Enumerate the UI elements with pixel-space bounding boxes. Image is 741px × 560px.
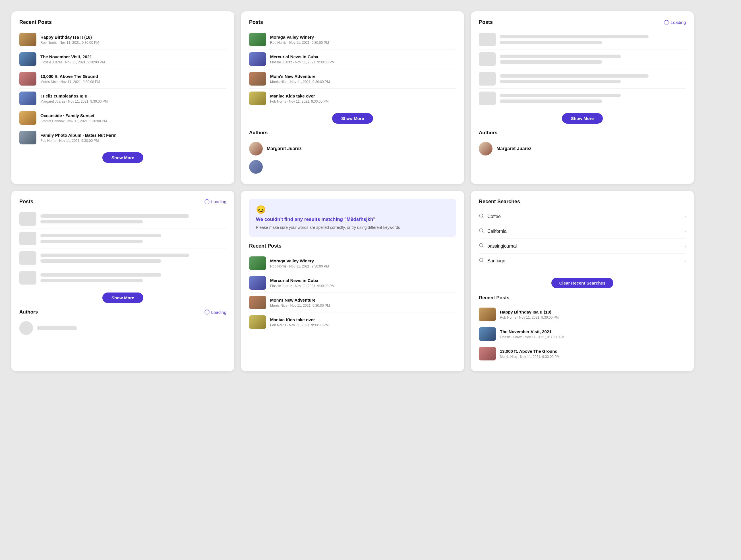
- list-item[interactable]: Happy Birthday Isa !! (18) Rob Norris · …: [19, 30, 226, 50]
- author-avatar: [479, 142, 492, 155]
- show-more-button[interactable]: Show More: [103, 152, 143, 163]
- show-more-button[interactable]: Show More: [562, 113, 603, 124]
- post-meta: Fob Norris · Nov 11, 2021, 9:30:00 PM: [41, 139, 226, 143]
- post-title: ¡ Feliz cumpleaños Ig !!: [41, 93, 226, 99]
- search-list: Coffee › California › passingj: [479, 209, 686, 268]
- skeleton-item: [19, 249, 226, 268]
- search-item[interactable]: Santiago ›: [479, 254, 686, 268]
- show-more-section: Show More: [19, 292, 226, 303]
- skeleton-item: [479, 69, 686, 89]
- search-item[interactable]: California ›: [479, 224, 686, 239]
- post-thumbnail: [479, 327, 496, 341]
- post-title: Moraga Valley Winery: [270, 258, 456, 264]
- authors-title: Authors: [19, 309, 38, 315]
- post-meta: Morris Nice · Nov 11, 2021, 9:30:00 PM: [41, 80, 226, 84]
- search-item[interactable]: passingjournal ›: [479, 239, 686, 254]
- author-name: Margaret Juarez: [496, 146, 531, 151]
- post-title: Maniac Kids take over: [270, 93, 456, 99]
- spinner-icon: [664, 20, 669, 25]
- post-title: Mercurial News in Cuba: [270, 278, 456, 283]
- list-item[interactable]: ¡ Feliz cumpleaños Ig !! Margaret Juarez…: [19, 89, 226, 108]
- list-item[interactable]: Moraga Valley Winery Rob Norris · Nov 11…: [249, 254, 456, 273]
- search-term: California: [487, 229, 507, 234]
- post-thumbnail: [479, 347, 496, 360]
- skeleton-thumb: [19, 232, 37, 245]
- list-item[interactable]: The November Visit, 2021 Flossie Juarez …: [479, 324, 686, 344]
- loading-indicator: Loading: [664, 20, 686, 25]
- post-title: Happy Birthday Isa !! (18): [41, 34, 226, 40]
- post-thumbnail: [19, 72, 37, 85]
- skeleton-item: [479, 89, 686, 108]
- search-icon: [479, 243, 484, 249]
- post-meta: Rob Norris · Nov 11, 2021, 9:30:00 PM: [41, 41, 226, 45]
- panel4-title: Posts: [19, 199, 33, 205]
- search-icon: [479, 213, 484, 220]
- post-meta: Flossie Juarez · Nov 11, 2021, 9:30:00 P…: [500, 335, 686, 339]
- search-item[interactable]: Coffee ›: [479, 209, 686, 224]
- error-box: 😖 We couldn't find any results matching …: [249, 199, 456, 237]
- recent-posts-title: Recent Posts: [249, 243, 456, 249]
- post-title: The November Visit, 2021: [41, 54, 226, 60]
- author-name: Margaret Juarez: [267, 146, 302, 151]
- list-item[interactable]: 13,000 ft. Above The Ground Morris Nice …: [479, 344, 686, 363]
- skeleton-list: [479, 30, 686, 108]
- list-item[interactable]: 13,000 ft. Above The Ground Morris Nice …: [19, 69, 226, 89]
- list-item[interactable]: Maniac Kids take over Fob Norris · Nov 1…: [249, 89, 456, 108]
- post-meta: Bradlet Benbow · Nov 11, 2021, 9:30:00 P…: [41, 119, 226, 123]
- loading-label: Loading: [671, 20, 686, 25]
- skeleton-item: [19, 229, 226, 249]
- authors-title: Authors: [249, 130, 456, 136]
- authors-title: Authors: [479, 130, 686, 136]
- skeleton-thumb: [479, 72, 496, 85]
- loading-label: Loading: [211, 199, 226, 204]
- post-thumbnail: [19, 52, 37, 66]
- list-item[interactable]: Mercurial News in Cuba Flossie Juarez · …: [249, 273, 456, 293]
- post-title: Moraga Valley Winery: [270, 34, 456, 40]
- post-title: Mercurial News in Cuba: [270, 54, 456, 60]
- list-item[interactable]: Maniac Kids take over Fob Norris · Nov 1…: [249, 312, 456, 332]
- list-item[interactable]: The November Visit, 2021 Flossie Juarez …: [19, 50, 226, 69]
- list-item[interactable]: Oceanside · Family Sunset Bradlet Benbow…: [19, 108, 226, 128]
- list-item[interactable]: Family Photo Album · Bates Nut Farm Fob …: [19, 128, 226, 147]
- list-item[interactable]: Mercurial News in Cuba Flossie Juarez · …: [249, 50, 456, 69]
- panel5-post-list: Moraga Valley Winery Rob Norris · Nov 11…: [249, 254, 456, 332]
- panel-recent-posts: Recent Posts Happy Birthday Isa !! (18) …: [11, 11, 234, 184]
- list-item[interactable]: Moraga Valley Winery Rob Norris · Nov 11…: [249, 30, 456, 50]
- search-icon: [479, 228, 484, 234]
- author-item[interactable]: Margaret Juarez: [249, 140, 456, 158]
- show-more-button[interactable]: Show More: [332, 113, 373, 124]
- skeleton-item: [19, 268, 226, 287]
- list-item[interactable]: Mom's New Adventure Morris Nice · Nov 11…: [249, 69, 456, 89]
- post-meta: Margaret Juarez · Nov 11, 2021, 9:30:00 …: [41, 99, 226, 103]
- clear-recent-searches-button[interactable]: Clear Recent Searches: [551, 278, 614, 288]
- post-meta: Morris Nice · Nov 11, 2021, 9:30:00 PM: [270, 80, 456, 84]
- loading-indicator: Loading: [204, 199, 226, 204]
- post-title: Maniac Kids take over: [270, 317, 456, 323]
- post-meta: Rob Norris · Nov 11, 2021, 9:30:00 PM: [270, 264, 456, 268]
- post-thumbnail: [249, 33, 266, 46]
- search-term: Coffee: [487, 214, 501, 219]
- post-thumbnail: [249, 52, 266, 66]
- panel3-header: Posts Loading: [479, 19, 686, 25]
- panel2-title: Posts: [249, 19, 456, 25]
- list-item[interactable]: Happy Birthday Isa !! (18) Rob Norris · …: [479, 305, 686, 324]
- panel-recent-searches: Recent Searches Coffee › California: [471, 191, 694, 371]
- post-thumbnail: [479, 307, 496, 321]
- recent-posts-title: Recent Posts: [479, 295, 686, 301]
- skeleton-avatar: [19, 321, 33, 335]
- spinner-icon: [204, 309, 210, 315]
- svg-line-5: [482, 246, 483, 247]
- author-item-partial[interactable]: [249, 158, 456, 176]
- post-meta: Morris Nice · Nov 11, 2021, 9:30:00 PM: [270, 303, 456, 307]
- list-item[interactable]: Mom's New Adventure Morris Nice · Nov 11…: [249, 293, 456, 312]
- show-more-button[interactable]: Show More: [103, 292, 143, 303]
- panel1-post-list: Happy Birthday Isa !! (18) Rob Norris · …: [19, 30, 226, 147]
- post-title: Mom's New Adventure: [270, 74, 456, 79]
- spinner-icon: [204, 199, 210, 204]
- error-title: We couldn't find any results matching "M…: [256, 217, 449, 222]
- main-grid: Recent Posts Happy Birthday Isa !! (18) …: [11, 11, 694, 371]
- skeleton-thumb: [479, 33, 496, 46]
- post-title: 13,000 ft. Above The Ground: [500, 349, 686, 354]
- authors-header: Authors Loading: [19, 309, 226, 315]
- post-title: 13,000 ft. Above The Ground: [41, 74, 226, 79]
